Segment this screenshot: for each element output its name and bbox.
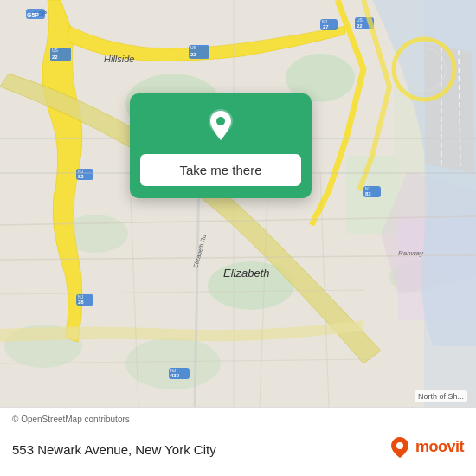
svg-text:G5P: G5P [27, 12, 39, 18]
svg-point-54 [216, 117, 225, 125]
take-me-there-button[interactable]: Take me there [140, 154, 301, 186]
svg-text:22: 22 [190, 52, 196, 57]
svg-text:22: 22 [357, 23, 363, 29]
address-text: 553 Newark Avenue, New York City [12, 442, 388, 457]
location-card: Take me there [130, 93, 312, 198]
svg-point-8 [125, 338, 221, 389]
svg-text:Elizabeth: Elizabeth [223, 267, 269, 280]
svg-text:83: 83 [365, 191, 371, 196]
map-attribution: © OpenStreetMap contributors [12, 415, 130, 424]
svg-text:27: 27 [323, 24, 329, 29]
moovit-pin-icon [388, 435, 412, 460]
map-area: G5P G5P US 22 US 22 US 22 NJ 27 NJ 82 NJ… [0, 0, 476, 407]
moovit-logo: moovit [388, 435, 464, 460]
svg-text:82: 82 [78, 174, 84, 179]
svg-text:US: US [190, 45, 197, 50]
svg-text:28: 28 [78, 299, 84, 305]
svg-text:Rahway: Rahway [398, 249, 424, 257]
svg-point-55 [396, 442, 403, 449]
bottom-bar: © OpenStreetMap contributors 553 Newark … [0, 407, 476, 476]
north-indicator: North of Sh... [415, 390, 467, 402]
svg-text:US: US [52, 48, 59, 53]
svg-text:22: 22 [52, 55, 58, 60]
svg-text:US: US [357, 17, 363, 23]
svg-text:439: 439 [170, 373, 180, 378]
location-pin-icon [202, 107, 240, 145]
moovit-brand-text: moovit [415, 438, 464, 456]
svg-text:Hillside: Hillside [104, 54, 134, 64]
